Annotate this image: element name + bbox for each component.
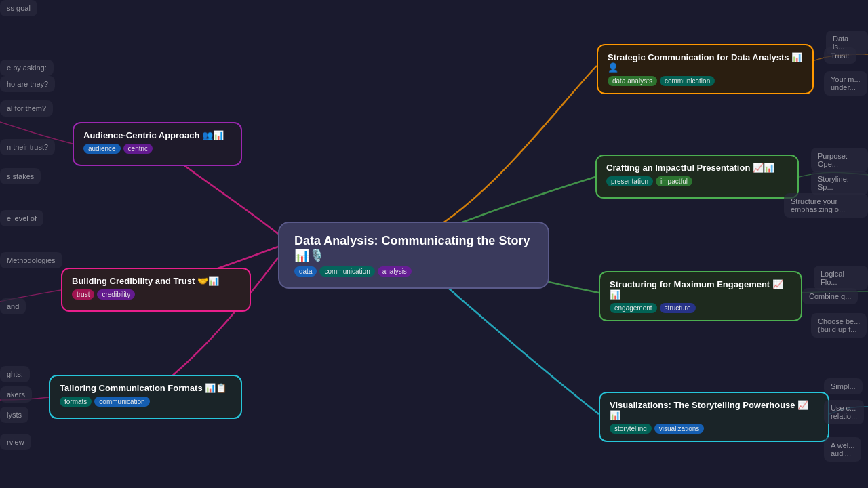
visualizations-node-tags: storytelling visualizations (610, 424, 818, 434)
ghost-table-text: ss goal (7, 4, 31, 12)
tag-communication: communication (319, 266, 374, 277)
tag-communication-tailoring: communication (94, 396, 149, 407)
ghost-who-text: ho are they? (7, 80, 48, 88)
ghost-lysts: lysts (0, 407, 28, 423)
tag-data-analysts: data analysts (608, 76, 657, 86)
ghost-rview-text: rview (7, 438, 24, 446)
credibility-node[interactable]: Building Credibility and Trust 🤝📊 trust … (61, 268, 251, 312)
credibility-node-title: Building Credibility and Trust 🤝📊 (72, 276, 240, 286)
center-node-tags: data communication analysis (294, 266, 533, 277)
ghost-level: e level of (0, 210, 43, 226)
tag-visualizations: visualizations (654, 424, 704, 434)
ghost-purpose: Purpose: Ope... (811, 148, 868, 172)
ghost-asking-text: e by asking: (7, 64, 47, 72)
tag-audience: audience (83, 144, 121, 154)
ghost-for-them-text: al for them? (7, 104, 46, 113)
ghost-choose-text: Choose be...(build up f... (818, 317, 860, 333)
ghost-insights: ghts: (0, 366, 30, 382)
tag-trust: trust (72, 289, 94, 300)
ghost-rview: rview (0, 434, 31, 450)
tailoring-node[interactable]: Tailoring Communication Formats 📊📋 forma… (49, 375, 242, 419)
ghost-table: ss goal (0, 0, 37, 16)
ghost-insights-text: ghts: (7, 370, 23, 378)
ghost-methodologies: Methodologies (0, 252, 62, 268)
visualizations-node[interactable]: Visualizations: The Storytelling Powerho… (599, 392, 829, 442)
ghost-storyline: Storyline: Sp... (811, 171, 868, 195)
ghost-level-text: e level of (7, 214, 37, 222)
tag-data: data (294, 266, 317, 277)
audience-node-title: Audience-Centric Approach 👥📊 (83, 130, 231, 140)
ghost-and-text: and (7, 302, 19, 310)
tailoring-node-title: Tailoring Communication Formats 📊📋 (60, 383, 231, 393)
ghost-datais-text: Data is... (833, 35, 848, 51)
tag-impactful: impactful (656, 176, 692, 186)
tag-formats: formats (60, 396, 92, 407)
tailoring-node-tags: formats communication (60, 396, 231, 407)
ghost-your-text: Your m...under... (831, 75, 861, 92)
ghost-datais: Data is... (826, 30, 868, 55)
tag-storytelling: storytelling (610, 424, 652, 434)
ghost-methodologies-text: Methodologies (7, 256, 56, 264)
tag-presentation: presentation (606, 176, 653, 186)
tag-analysis: analysis (378, 266, 412, 277)
ghost-choose: Choose be...(build up f... (811, 313, 867, 338)
ghost-makers-text: akers (7, 390, 25, 399)
tag-structure: structure (660, 303, 696, 313)
structuring-node-tags: engagement structure (610, 303, 791, 313)
structuring-node-title: Structuring for Maximum Engagement 📈📊 (610, 279, 791, 300)
ghost-simple-text: Simpl... (831, 382, 856, 390)
ghost-storyline-text: Storyline: Sp... (818, 175, 849, 191)
ghost-simple: Simpl... (824, 378, 863, 394)
strategic-node-title: Strategic Communication for Data Analyst… (608, 52, 803, 73)
tag-engagement: engagement (610, 303, 657, 313)
ghost-combine-text: Combine q... (809, 292, 851, 300)
structuring-node[interactable]: Structuring for Maximum Engagement 📈📊 en… (599, 271, 802, 321)
ghost-for-them: al for them? (0, 100, 53, 117)
ghost-purpose-text: Purpose: Ope... (818, 152, 848, 168)
ghost-asking: e by asking: (0, 60, 54, 76)
ghost-stakes: s stakes (0, 168, 41, 184)
ghost-makers: akers (0, 386, 32, 403)
mind-map-canvas: Data Analysis: Communicating the Story 📊… (0, 0, 868, 488)
credibility-node-tags: trust credibility (72, 289, 240, 300)
center-node-title: Data Analysis: Communicating the Story 📊… (294, 234, 533, 263)
tag-communication-strategic: communication (660, 76, 715, 86)
ghost-structure-text: Structure your emphasizing o... (791, 197, 845, 214)
ghost-well-text: A wel...audi... (831, 441, 854, 458)
center-node[interactable]: Data Analysis: Communicating the Story 📊… (278, 222, 549, 289)
audience-node[interactable]: Audience-Centric Approach 👥📊 audience ce… (73, 122, 242, 166)
crafting-node-tags: presentation impactful (606, 176, 788, 186)
ghost-your: Your m...under... (824, 71, 867, 96)
ghost-logical-text: Logical Flo... (821, 270, 844, 286)
tag-credibility: credibility (97, 289, 135, 300)
ghost-structure: Structure your emphasizing o... (784, 193, 868, 218)
ghost-use-text: Use c...relatio... (831, 404, 857, 420)
ghost-their-trust: n their trust? (0, 139, 55, 155)
ghost-and: and (0, 298, 26, 314)
ghost-well: A wel...audi... (824, 437, 861, 462)
ghost-lysts-text: lysts (7, 411, 22, 419)
strategic-node-tags: data analysts communication (608, 76, 803, 86)
ghost-who: ho are they? (0, 76, 55, 92)
audience-node-tags: audience centric (83, 144, 231, 154)
strategic-node[interactable]: Strategic Communication for Data Analyst… (597, 44, 814, 94)
ghost-their-trust-text: n their trust? (7, 143, 48, 151)
visualizations-node-title: Visualizations: The Storytelling Powerho… (610, 400, 818, 420)
ghost-combine: Combine q... (802, 288, 858, 304)
crafting-node[interactable]: Crafting an Impactful Presentation 📈📊 pr… (595, 155, 799, 199)
tag-centric: centric (123, 144, 153, 154)
ghost-stakes-text: s stakes (7, 172, 34, 180)
ghost-logical: Logical Flo... (814, 266, 868, 290)
crafting-node-title: Crafting an Impactful Presentation 📈📊 (606, 163, 788, 173)
ghost-use: Use c...relatio... (824, 400, 864, 424)
